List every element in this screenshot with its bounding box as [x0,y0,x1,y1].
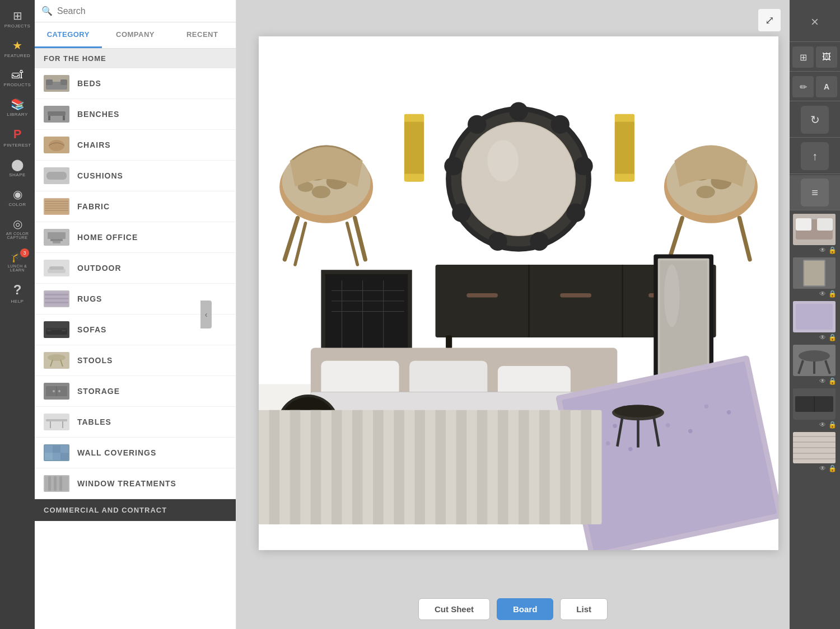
lock-toggle[interactable]: 🔒 [828,377,837,385]
board-canvas: MAP [236,0,790,589]
visibility-toggle[interactable]: 👁 [819,464,826,472]
cut-sheet-button[interactable]: Cut Sheet [418,598,490,620]
item-actions: 👁 🔒 [793,246,837,254]
nav-ar-color[interactable]: ◎ AR COLOR CAPTURE [0,213,35,244]
list-button[interactable]: List [560,598,608,620]
tab-recent[interactable]: RECENT [169,22,236,48]
tab-category[interactable]: CATEGORY [35,22,102,48]
layers-button[interactable]: ≡ [801,179,829,206]
nav-projects[interactable]: ⊞ PROJECTS [0,4,35,33]
visibility-toggle[interactable]: 👁 [819,334,826,341]
svg-point-64 [696,186,715,198]
category-item-tables[interactable]: TABLES [35,407,236,438]
svg-rect-144 [436,410,446,524]
svg-rect-84 [615,119,634,181]
svg-rect-140 [352,410,363,524]
board-scene: MAP [259,36,778,550]
category-item-wall-coverings[interactable]: WALL COVERINGS [35,438,236,468]
svg-rect-3 [48,111,66,116]
item-thumb-bench[interactable] [793,388,836,420]
svg-point-79 [468,115,486,134]
svg-rect-39 [53,445,60,453]
nav-pinterest[interactable]: P PINTEREST [0,123,35,152]
chairs-label: CHAIRS [77,140,111,149]
svg-point-77 [452,203,470,222]
lock-toggle[interactable]: 🔒 [828,421,837,429]
right-panel-edit-tools: ✏ A [790,73,840,101]
svg-rect-34 [46,419,67,421]
category-item-benches[interactable]: BENCHES [35,99,236,130]
category-item-home-office[interactable]: HOME OFFICE [35,222,236,253]
category-item-chairs[interactable]: CHAIRS [35,130,236,161]
item-thumb-rug[interactable] [793,301,836,332]
svg-point-32 [53,390,55,392]
nav-featured[interactable]: ★ FEATURED [0,34,35,63]
image-view-button[interactable]: 🖼 [816,46,837,68]
item-actions: 👁 🔒 [793,464,837,472]
lock-toggle[interactable]: 🔒 [828,290,837,298]
category-item-beds[interactable]: BEDS [35,68,236,99]
svg-line-29 [60,360,63,367]
tab-company[interactable]: COMPANY [102,22,169,48]
library-icon: 📚 [11,97,25,111]
share-button[interactable]: ↑ [801,142,829,170]
svg-rect-7 [46,172,67,180]
svg-rect-150 [560,410,571,524]
category-item-outdoor[interactable]: OUTDOOR [35,253,236,284]
projects-icon: ⊞ [13,9,22,22]
svg-rect-165 [796,304,833,330]
grid-view-button[interactable]: ⊞ [792,46,814,68]
item-thumb-stool[interactable] [793,345,836,376]
nav-products[interactable]: 🛋 PRODUCTS [0,64,35,92]
nav-help[interactable]: ? HELP [0,278,35,308]
outdoor-icon [44,260,69,276]
visibility-toggle[interactable]: 👁 [819,246,826,254]
category-item-cushions[interactable]: CUSHIONS [35,161,236,191]
board-button[interactable]: Board [497,598,553,620]
cushions-icon [44,167,69,184]
item-thumb-fabric[interactable] [793,432,836,463]
category-item-fabric[interactable]: FABRIC [35,191,236,222]
nav-lunch-learn[interactable]: 3 🎓 LUNCH & LEARN [0,245,35,276]
text-button[interactable]: A [816,76,837,97]
rotate-button[interactable]: ↻ [801,106,829,134]
visibility-toggle[interactable]: 👁 [819,377,826,385]
nav-color[interactable]: ◉ COLOR [0,183,35,212]
svg-rect-138 [311,410,321,524]
edit-button[interactable]: ✏ [792,76,814,97]
fabric-label: FABRIC [77,202,110,211]
search-input[interactable] [57,6,229,16]
svg-point-54 [312,186,330,198]
category-item-stools[interactable]: STOOLS [35,345,236,376]
svg-rect-160 [817,218,833,231]
outdoor-label: OUTDOOR [77,264,122,273]
pinterest-icon: P [13,127,22,142]
category-item-window-treatments[interactable]: WINDOW TREATMENTS [35,468,236,499]
nav-library[interactable]: 📚 LIBRARY [0,93,35,121]
ar-color-icon: ◎ [13,217,22,231]
right-panel-action-tools: ↻ [790,102,840,138]
lock-toggle[interactable]: 🔒 [828,246,837,254]
category-item-storage[interactable]: STORAGE [35,376,236,407]
svg-rect-45 [48,476,51,491]
svg-rect-142 [394,410,404,524]
svg-rect-83 [404,174,424,182]
close-button[interactable]: × [801,8,829,36]
svg-rect-146 [477,410,488,524]
sofas-label: SOFAS [77,325,106,334]
right-panel-close-section: × [790,4,840,42]
item-thumb-mirror[interactable] [793,257,836,289]
svg-rect-15 [50,239,63,241]
item-thumb-bed[interactable] [793,214,836,245]
nav-shape[interactable]: ⬤ SHAPE [0,153,35,182]
fabric-icon [44,198,69,215]
expand-button[interactable]: ⤢ [758,9,781,31]
item-actions: 👁 🔒 [793,377,837,385]
svg-point-72 [551,115,570,134]
visibility-toggle[interactable]: 👁 [819,421,826,429]
lock-toggle[interactable]: 🔒 [828,464,837,472]
collapse-sidebar-button[interactable]: ‹ [200,301,212,328]
lock-toggle[interactable]: 🔒 [828,334,837,341]
visibility-toggle[interactable]: 👁 [819,290,826,298]
commercial-contract-footer[interactable]: COMMERCIAL AND CONTRACT [35,499,236,521]
